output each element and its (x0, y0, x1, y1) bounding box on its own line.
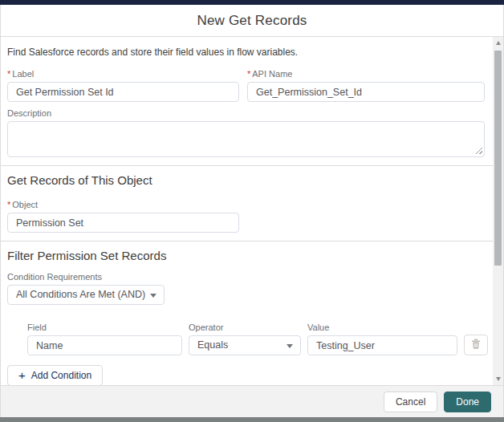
section-divider (1, 165, 503, 166)
condition-operator-label: Operator (189, 323, 301, 332)
modal-content: Find Salesforce records and store their … (1, 47, 503, 385)
condition-field-group: Field (27, 323, 182, 355)
condition-value-label: Value (307, 323, 457, 332)
api-name-field-group: *API Name (247, 69, 485, 102)
cancel-button[interactable]: Cancel (384, 392, 437, 412)
label-apiname-row: *Label *API Name (7, 69, 485, 102)
description-textarea-wrap (7, 121, 485, 157)
add-condition-button[interactable]: + Add Condition (7, 365, 103, 385)
modal-scroll-area: Find Salesforce records and store their … (1, 37, 503, 385)
section-divider (1, 241, 503, 241)
object-field-label: *Object (7, 200, 239, 209)
condition-operator-value: Equals (197, 339, 228, 351)
description-field-group: Description (7, 108, 485, 157)
label-input[interactable] (7, 82, 239, 102)
condition-row: Field Operator Equals Value (27, 323, 485, 355)
plus-icon: + (18, 371, 26, 380)
condition-requirements-value: All Conditions Are Met (AND) (16, 289, 145, 300)
scrollbar-thumb[interactable] (494, 51, 502, 266)
condition-value-group: Value (307, 323, 457, 355)
modal-footer: Cancel Done (1, 385, 503, 417)
condition-requirements-dropdown[interactable]: All Conditions Are Met (AND) (7, 285, 165, 305)
delete-condition-button[interactable] (464, 335, 488, 355)
description-field-label: Description (7, 108, 485, 118)
app-frame: New Get Records Find Salesforce records … (0, 0, 504, 422)
modal-header: New Get Records (1, 5, 503, 37)
add-condition-label: Add Condition (31, 370, 91, 381)
condition-value-input[interactable] (307, 335, 457, 355)
required-asterisk: * (7, 69, 10, 79)
bottom-window-bar (0, 417, 504, 422)
triangle-up-icon (496, 41, 501, 45)
chevron-down-icon (150, 294, 156, 298)
vertical-scrollbar[interactable] (493, 37, 503, 385)
description-textarea[interactable] (7, 121, 485, 157)
modal-title: New Get Records (197, 13, 307, 29)
api-name-field-label: *API Name (247, 69, 485, 79)
condition-field-input[interactable] (27, 335, 182, 355)
condition-operator-dropdown[interactable]: Equals (189, 335, 301, 355)
required-asterisk: * (7, 200, 10, 209)
condition-requirements-label: Condition Requirements (7, 272, 165, 282)
new-get-records-modal: New Get Records Find Salesforce records … (0, 5, 504, 417)
condition-requirements-group: Condition Requirements All Conditions Ar… (7, 272, 165, 305)
condition-operator-group: Operator Equals (189, 323, 301, 355)
chevron-down-icon (287, 344, 293, 348)
scroll-down-arrow[interactable] (493, 373, 503, 385)
scroll-up-arrow[interactable] (493, 37, 503, 49)
label-field-group: *Label (7, 69, 239, 102)
object-field-group: *Object (7, 200, 239, 233)
object-section-heading: Get Records of This Object (7, 173, 485, 187)
required-asterisk: * (247, 69, 250, 79)
filter-section-heading: Filter Permission Set Records (7, 249, 485, 262)
api-name-input[interactable] (247, 82, 485, 102)
condition-field-label: Field (27, 323, 182, 332)
object-input[interactable] (7, 213, 239, 233)
triangle-down-icon (496, 377, 501, 381)
label-field-label: *Label (7, 69, 239, 79)
done-button[interactable]: Done (444, 392, 491, 412)
trash-icon (471, 339, 481, 351)
intro-text: Find Salesforce records and store their … (7, 47, 485, 58)
